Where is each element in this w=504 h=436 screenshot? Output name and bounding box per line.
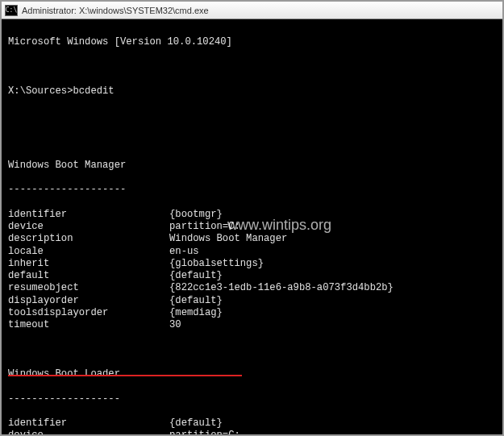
boot-manager-row-resumeobject: resumeobject{822cc1e3-1edb-11e6-a9b8-a07…	[8, 282, 496, 294]
boot-manager-row-identifier: identifier{bootmgr}	[8, 209, 496, 221]
boot-manager-row-timeout: timeout30	[8, 319, 496, 331]
value: partition=C:	[169, 221, 240, 233]
blank	[8, 135, 496, 147]
boot-manager-row-displayorder: displayorder{default}	[8, 295, 496, 307]
boot-manager-row-device: devicepartition=C:	[8, 221, 496, 233]
cmd-window: C:\ Administrator: X:\windows\SYSTEM32\c…	[2, 2, 502, 436]
key: toolsdisplayorder	[8, 307, 169, 319]
boot-loader-block: identifier{default}devicepartition=C:pat…	[8, 417, 496, 436]
divider: --------------------	[8, 184, 496, 196]
boot-manager-row-inherit: inherit{globalsettings}	[8, 258, 496, 270]
boot-manager-row-toolsdisplayorder: toolsdisplayorder{memdiag}	[8, 307, 496, 319]
value: en-us	[169, 246, 199, 258]
value: {default}	[169, 295, 223, 307]
divider: -------------------	[8, 393, 496, 405]
key: identifier	[8, 209, 169, 221]
key: locale	[8, 246, 169, 258]
value: partition=C:	[169, 430, 240, 436]
version-line: Microsoft Windows [Version 10.0.10240]	[8, 36, 496, 48]
value: {memdiag}	[169, 307, 223, 319]
titlebar[interactable]: C:\ Administrator: X:\windows\SYSTEM32\c…	[2, 2, 502, 19]
boot-loader-row-identifier: identifier{default}	[8, 417, 496, 430]
prompt-bcdedit: X:\Sources>bcdedit	[8, 85, 496, 98]
boot-loader-row-device: devicepartition=C:	[8, 430, 496, 436]
key: resumeobject	[8, 282, 169, 294]
key: identifier	[8, 417, 169, 430]
terminal-output[interactable]: Microsoft Windows [Version 10.0.10240] X…	[2, 19, 502, 436]
value: {globalsettings}	[169, 258, 264, 270]
key: inherit	[8, 258, 169, 270]
section-boot-manager-title: Windows Boot Manager	[8, 160, 496, 172]
cmd-icon: C:\	[5, 5, 18, 16]
highlight-underline-osdevice	[8, 375, 242, 376]
window-title: Administrator: X:\windows\SYSTEM32\cmd.e…	[22, 6, 209, 15]
key: device	[8, 221, 169, 233]
key: description	[8, 233, 169, 245]
key: timeout	[8, 319, 169, 331]
value: {default}	[169, 270, 223, 282]
value: {bootmgr}	[169, 209, 223, 221]
boot-manager-row-default: default{default}	[8, 270, 496, 282]
key: default	[8, 270, 169, 282]
key: device	[8, 430, 169, 436]
key: displayorder	[8, 295, 169, 307]
boot-manager-row-description: descriptionWindows Boot Manager	[8, 233, 496, 245]
value: 30	[169, 319, 181, 331]
boot-manager-row-locale: localeen-us	[8, 246, 496, 258]
value: Windows Boot Manager	[169, 233, 287, 245]
value: {822cc1e3-1edb-11e6-a9b8-a073f3d4bb2b}	[169, 282, 394, 294]
value: {default}	[169, 417, 223, 430]
boot-manager-block: identifier{bootmgr}devicepartition=C:des…	[8, 209, 496, 332]
blank	[8, 110, 496, 122]
blank	[8, 344, 496, 356]
blank	[8, 61, 496, 73]
